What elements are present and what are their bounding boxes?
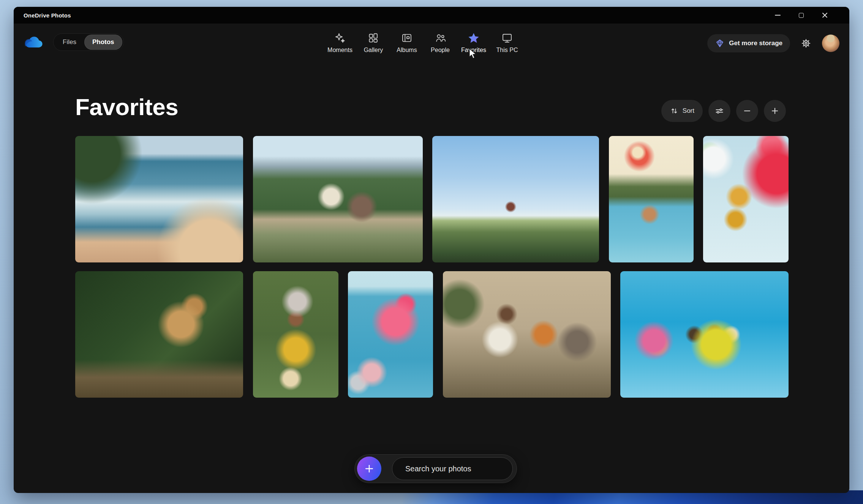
window-controls [766, 7, 836, 24]
plus-icon [770, 106, 780, 116]
photo-row [75, 271, 789, 398]
sparkles-icon [334, 32, 346, 44]
search-input[interactable] [405, 465, 506, 473]
photo-tile[interactable] [348, 271, 433, 398]
grid-icon [367, 32, 379, 44]
window-title: OneDrive Photos [24, 12, 71, 19]
nav-tab-people[interactable]: People [424, 32, 457, 54]
nav-tab-moments[interactable]: Moments [323, 32, 357, 54]
view-toolbar: Sort [661, 100, 786, 122]
photo-tile[interactable] [609, 136, 694, 262]
photo-grid [75, 136, 789, 398]
zoom-out-button[interactable] [736, 100, 758, 122]
photo-tile[interactable] [75, 136, 243, 262]
get-more-storage-button[interactable]: Get more storage [707, 34, 790, 52]
nav-label: Albums [397, 47, 417, 54]
files-photos-toggle: Files Photos [53, 33, 124, 51]
floating-search-bar [354, 454, 517, 483]
photo-tile[interactable] [253, 271, 338, 398]
nav-tab-this-pc[interactable]: This PC [490, 32, 524, 54]
app-header: Files Photos Moments [14, 24, 849, 68]
sort-button[interactable]: Sort [661, 100, 703, 122]
header-right: Get more storage [707, 34, 839, 52]
search-field[interactable] [392, 457, 513, 480]
onedrive-logo-icon [21, 35, 43, 50]
zoom-in-button[interactable] [764, 100, 786, 122]
main-navigation: Moments Gallery [323, 32, 524, 54]
plus-icon [364, 463, 375, 474]
photo-tile[interactable] [432, 136, 599, 262]
sort-label: Sort [683, 107, 694, 115]
maximize-button[interactable] [789, 7, 813, 24]
nav-tab-gallery[interactable]: Gallery [357, 32, 390, 54]
nav-tab-favorites[interactable]: Favorites [457, 32, 490, 54]
favorites-star-icon [468, 32, 480, 44]
premium-diamond-icon [715, 38, 725, 48]
nav-label: This PC [496, 47, 518, 54]
storage-button-label: Get more storage [729, 39, 782, 47]
close-icon [822, 13, 828, 18]
maximize-icon [799, 13, 804, 18]
minimize-button[interactable] [766, 7, 789, 24]
album-icon [401, 32, 413, 44]
nav-label: People [431, 47, 450, 54]
user-avatar[interactable] [822, 35, 839, 52]
toggle-option-files[interactable]: Files [55, 35, 84, 50]
minimize-icon [775, 15, 781, 16]
close-button[interactable] [813, 7, 836, 24]
page-title: Favorites [75, 93, 178, 120]
toggle-option-photos[interactable]: Photos [84, 35, 122, 50]
people-icon [434, 32, 446, 44]
photo-tile[interactable] [620, 271, 789, 398]
minus-icon [742, 106, 752, 116]
arrows-up-down-icon [670, 106, 679, 115]
this-pc-monitor-icon [501, 32, 513, 44]
titlebar[interactable]: OneDrive Photos [14, 7, 849, 24]
nav-label: Gallery [364, 47, 383, 54]
photo-row [75, 136, 789, 262]
filter-button[interactable] [708, 100, 730, 122]
photo-tile[interactable] [75, 271, 243, 398]
header-left: Files Photos [21, 33, 124, 51]
nav-label: Moments [327, 47, 352, 54]
photo-tile[interactable] [443, 271, 611, 398]
filter-sliders-icon [714, 106, 724, 116]
nav-label: Favorites [461, 47, 486, 54]
desktop-wallpaper: OneDrive Photos [0, 0, 863, 504]
settings-button[interactable] [800, 37, 812, 49]
gear-icon [801, 38, 811, 49]
photo-tile[interactable] [703, 136, 789, 262]
add-photos-button[interactable] [357, 457, 381, 481]
nav-tab-albums[interactable]: Albums [390, 32, 424, 54]
photo-tile[interactable] [253, 136, 423, 262]
onedrive-photos-window: OneDrive Photos [14, 7, 849, 493]
